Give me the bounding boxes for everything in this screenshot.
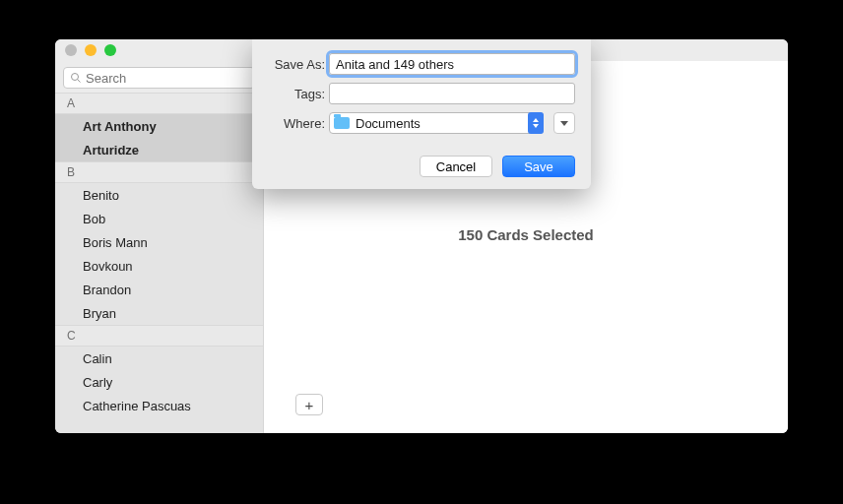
where-value: Documents [356, 116, 421, 131]
add-contact-button[interactable]: + [295, 394, 323, 415]
where-row: Where: Documents [268, 112, 575, 134]
search-icon [70, 72, 82, 84]
save-as-input[interactable] [329, 53, 575, 75]
folder-icon [334, 117, 350, 129]
close-window-button[interactable] [65, 44, 77, 56]
search-wrap [55, 61, 263, 93]
minimize-window-button[interactable] [85, 44, 97, 56]
where-label: Where: [268, 116, 325, 131]
list-item[interactable]: Boris Mann [55, 230, 263, 254]
zoom-window-button[interactable] [104, 44, 116, 56]
tags-label: Tags: [268, 87, 325, 101]
section-head-a: A [55, 93, 263, 114]
list-item[interactable]: Bob [55, 207, 263, 230]
contacts-list[interactable]: A Art Anthony Arturidze B Benito Bob Bor… [55, 93, 263, 433]
contacts-sidebar: A Art Anthony Arturidze B Benito Bob Bor… [55, 61, 264, 433]
save-as-row: Save As: [268, 53, 575, 75]
chevron-down-icon [533, 124, 539, 128]
list-item[interactable]: Catherine Pascuas [55, 394, 263, 417]
list-item[interactable]: Brandon [55, 278, 263, 301]
where-stepper[interactable] [528, 112, 544, 134]
save-button[interactable]: Save [502, 156, 575, 177]
save-as-label: Save As: [268, 57, 325, 72]
section-head-b: B [55, 161, 263, 183]
sheet-button-row: Cancel Save [268, 156, 575, 177]
tags-row: Tags: [268, 83, 575, 104]
list-item[interactable]: Carly [55, 370, 263, 394]
list-item[interactable]: Bryan [55, 301, 263, 325]
svg-line-1 [78, 80, 81, 83]
list-item[interactable]: Calin [55, 346, 263, 370]
plus-icon: + [305, 397, 314, 413]
cancel-button[interactable]: Cancel [420, 156, 492, 177]
tags-input[interactable] [329, 83, 575, 104]
expand-save-button[interactable] [553, 112, 575, 134]
selection-status: 150 Cards Selected [264, 226, 788, 243]
chevron-up-icon [533, 118, 539, 122]
where-select[interactable]: Documents [329, 112, 544, 134]
list-item[interactable]: Bovkoun [55, 254, 263, 278]
list-item[interactable]: Arturidze [55, 138, 263, 161]
search-input[interactable] [86, 71, 251, 86]
list-item[interactable]: Benito [55, 183, 263, 207]
chevron-down-icon [560, 121, 568, 126]
list-item[interactable]: Art Anthony [55, 114, 263, 138]
save-sheet: Save As: Tags: Where: Documents Cancel S… [252, 39, 591, 189]
search-field[interactable] [63, 67, 255, 89]
svg-point-0 [72, 74, 79, 81]
section-head-c: C [55, 325, 263, 346]
